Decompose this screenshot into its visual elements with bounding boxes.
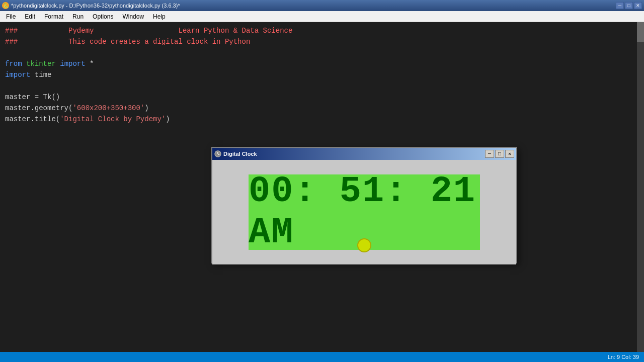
geometry-string: '600x200+350+300' xyxy=(72,104,144,112)
app-icon: 🐍 xyxy=(2,2,9,9)
import-keyword: import xyxy=(60,60,85,68)
code-line-6 xyxy=(5,80,639,92)
master-assign: master = Tk() xyxy=(5,93,60,101)
time-module: time xyxy=(35,71,52,79)
from-keyword: from xyxy=(5,60,22,68)
menu-window[interactable]: Window xyxy=(118,12,148,21)
menu-run[interactable]: Run xyxy=(68,12,88,21)
clock-minimize-button[interactable]: ─ xyxy=(485,150,494,158)
minimize-button[interactable]: ─ xyxy=(616,2,624,9)
clock-window[interactable]: Digital Clock ─ □ ✕ 00: 51: 21 AM xyxy=(211,147,517,263)
menu-file[interactable]: File xyxy=(2,12,20,21)
status-bar: Ln: 9 Col: 39 xyxy=(0,352,644,362)
window-title: *pythondigitalclock.py - D:/Python36-32/… xyxy=(11,3,180,9)
clock-body: 00: 51: 21 AM xyxy=(212,160,516,264)
menu-help[interactable]: Help xyxy=(149,12,170,21)
code-line-7: master = Tk() xyxy=(5,92,639,103)
code-line-9: master.title('Digital Clock by Pydemy') xyxy=(5,114,639,125)
close-button[interactable]: ✕ xyxy=(634,2,642,9)
clock-title-left: Digital Clock xyxy=(214,150,257,157)
clock-window-title: Digital Clock xyxy=(223,151,257,157)
clock-maximize-button[interactable]: □ xyxy=(495,150,504,158)
line1-text: Learn Python & Data Science xyxy=(179,27,293,35)
code-line-3 xyxy=(5,47,639,58)
code-line-2: ### This code creates a digital clock in… xyxy=(5,36,639,47)
tkinter-module: tkinter xyxy=(26,60,56,68)
menu-format[interactable]: Format xyxy=(40,12,67,21)
clock-close-button[interactable]: ✕ xyxy=(505,150,514,158)
code-line-8: master.geometry('600x200+350+300') xyxy=(5,103,639,114)
title-bar: 🐍 *pythondigitalclock.py - D:/Python36-3… xyxy=(0,0,644,11)
comment-hash-2: ### xyxy=(5,38,18,46)
import-keyword-2: import xyxy=(5,71,30,79)
title-bar-controls[interactable]: ─ □ ✕ xyxy=(616,2,642,9)
menu-edit[interactable]: Edit xyxy=(21,12,39,21)
maximize-button[interactable]: □ xyxy=(625,2,633,9)
clock-controls[interactable]: ─ □ ✕ xyxy=(485,150,514,158)
line2-text: This code creates a digital clock in Pyt… xyxy=(68,38,250,46)
title-string: 'Digital Clock by Pydemy' xyxy=(60,115,166,123)
cursor-position: Ln: 9 Col: 39 xyxy=(608,354,639,360)
clock-app-icon xyxy=(214,150,221,157)
pydemy-label: Pydemy xyxy=(68,27,94,35)
import-star: * xyxy=(90,60,94,68)
code-line-4: from tkinter import * xyxy=(5,58,639,69)
title-bar-left: 🐍 *pythondigitalclock.py - D:/Python36-3… xyxy=(2,2,180,9)
comment-hash-1: ### xyxy=(5,27,18,35)
cursor-indicator xyxy=(357,238,371,252)
code-line-1: ### Pydemy Learn Python & Data Science xyxy=(5,25,639,36)
title-call: master.title( xyxy=(5,115,60,123)
menu-options[interactable]: Options xyxy=(89,12,117,21)
menu-bar: File Edit Format Run Options Window Help xyxy=(0,11,644,22)
scrollbar-thumb[interactable] xyxy=(637,22,644,42)
geometry-call: master.geometry( xyxy=(5,104,72,112)
clock-title-bar: Digital Clock ─ □ ✕ xyxy=(212,148,516,160)
code-line-5: import time xyxy=(5,69,639,80)
clock-display: 00: 51: 21 AM xyxy=(249,174,480,250)
scrollbar[interactable] xyxy=(637,22,644,352)
code-editor[interactable]: ### Pydemy Learn Python & Data Science #… xyxy=(0,22,644,352)
